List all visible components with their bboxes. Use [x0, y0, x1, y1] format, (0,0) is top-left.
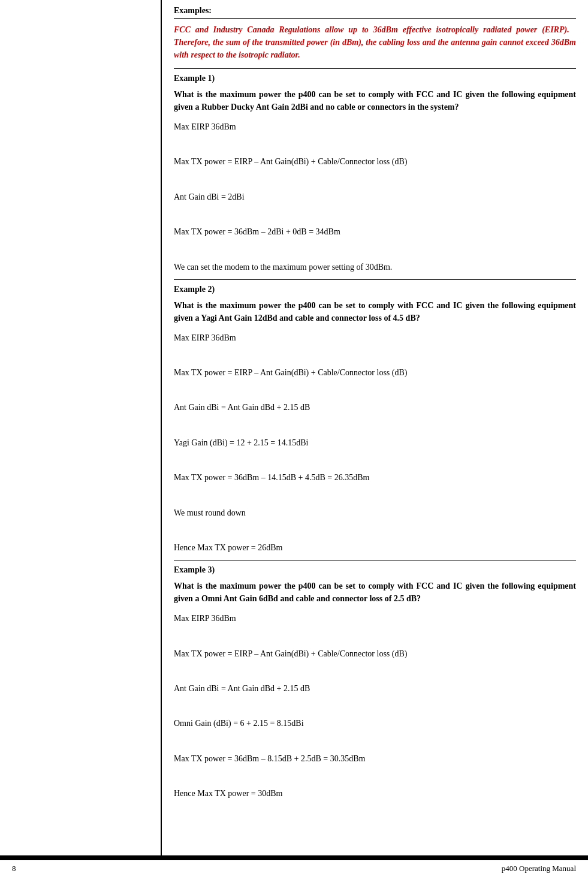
ex2-line-8: [174, 453, 576, 468]
right-content: Examples: FCC and Industry Canada Regula…: [162, 0, 588, 855]
example-3-question: What is the maximum power the p400 can b…: [174, 580, 576, 605]
footer-page-number: 8: [12, 864, 16, 873]
ex2-line-9: Max TX power = 36dBm – 14.15dB + 4.5dB =…: [174, 470, 576, 485]
ex2-line-5: Ant Gain dBi = Ant Gain dBd + 2.15 dB: [174, 400, 576, 415]
ex2-line-1: Max EIRP 36dBm: [174, 330, 576, 345]
ex2-line-13: Hence Max TX power = 26dBm: [174, 540, 576, 555]
ex3-line-11: Hence Max TX power = 30dBm: [174, 786, 576, 801]
ex1-line-8: [174, 242, 576, 257]
example-3-heading: Example 3): [174, 565, 576, 575]
ex3-line-10: [174, 768, 576, 783]
eirp-italic: EIRP: [545, 25, 565, 34]
ex3-line-4: [174, 664, 576, 679]
ex1-line-9: We can set the modem to the maximum powe…: [174, 260, 576, 275]
example-2-heading: Example 2): [174, 285, 576, 294]
ex1-line-5: Ant Gain dBi = 2dBi: [174, 189, 576, 204]
example-1-body: Max EIRP 36dBm Max TX power = EIRP – Ant…: [174, 119, 576, 275]
ex2-line-4: [174, 382, 576, 397]
ex2-line-11: We must round down: [174, 505, 576, 520]
ex3-line-1: Max EIRP 36dBm: [174, 611, 576, 626]
divider-3: [174, 560, 576, 560]
ex2-line-7: Yagi Gain (dBi) = 12 + 2.15 = 14.15dBi: [174, 435, 576, 450]
divider-2: [174, 279, 576, 280]
examples-heading: Examples:: [174, 6, 576, 19]
example-1-question: What is the maximum power the p400 can b…: [174, 88, 576, 113]
divider-1: [174, 68, 576, 69]
ex1-line-1: Max EIRP 36dBm: [174, 119, 576, 134]
ex3-line-7: Omni Gain (dBi) = 6 + 2.15 = 8.15dBi: [174, 716, 576, 731]
ex2-line-3: Max TX power = EIRP – Ant Gain(dBi) + Ca…: [174, 365, 576, 380]
ex3-line-3: Max TX power = EIRP – Ant Gain(dBi) + Ca…: [174, 646, 576, 661]
ex1-line-7: Max TX power = 36dBm – 2dBi + 0dB = 34dB…: [174, 224, 576, 239]
example-1-heading: Example 1): [174, 74, 576, 83]
example-1-section: Example 1) What is the maximum power the…: [174, 74, 576, 275]
ex2-line-12: [174, 523, 576, 538]
ex1-line-3: Max TX power = EIRP – Ant Gain(dBi) + Ca…: [174, 154, 576, 169]
ex1-line-4: [174, 172, 576, 187]
example-2-body: Max EIRP 36dBm Max TX power = EIRP – Ant…: [174, 330, 576, 555]
example-3-section: Example 3) What is the maximum power the…: [174, 565, 576, 801]
fcc-notice: FCC and Industry Canada Regulations allo…: [174, 23, 576, 61]
main-content: Examples: FCC and Industry Canada Regula…: [0, 0, 588, 855]
footer-bar: 8 p400 Operating Manual: [0, 859, 588, 877]
page-container: Examples: FCC and Industry Canada Regula…: [0, 0, 588, 877]
ex3-line-6: [174, 698, 576, 713]
ex3-line-9: Max TX power = 36dBm – 8.15dB + 2.5dB = …: [174, 751, 576, 766]
left-margin: [0, 0, 162, 855]
ex2-line-10: [174, 487, 576, 502]
ex1-line-2: [174, 137, 576, 152]
ex2-line-6: [174, 418, 576, 433]
example-2-section: Example 2) What is the maximum power the…: [174, 285, 576, 555]
footer-title: p400 Operating Manual: [502, 864, 576, 873]
example-2-question: What is the maximum power the p400 can b…: [174, 299, 576, 324]
ex3-line-8: [174, 733, 576, 748]
example-3-body: Max EIRP 36dBm Max TX power = EIRP – Ant…: [174, 611, 576, 801]
ex3-line-2: [174, 628, 576, 643]
ex2-line-2: [174, 348, 576, 363]
ex1-line-6: [174, 207, 576, 222]
ex3-line-5: Ant Gain dBi = Ant Gain dBd + 2.15 dB: [174, 681, 576, 696]
